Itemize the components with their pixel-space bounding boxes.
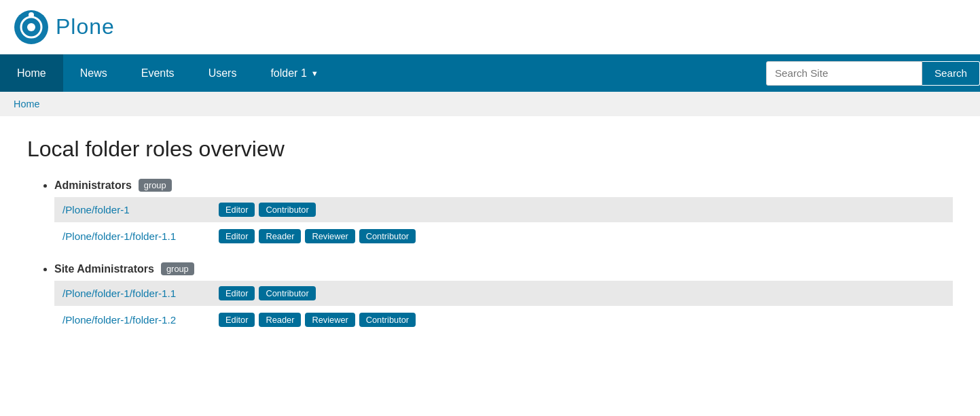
- main-content: Local folder roles overview Administrato…: [0, 116, 980, 366]
- folder-row: /Plone/folder-1/folder-1.1 Editor Contri…: [54, 281, 953, 306]
- folder-link-4[interactable]: /Plone/folder-1/folder-1.2: [62, 314, 212, 326]
- badge-reader: Reader: [259, 229, 301, 243]
- search-area: Search: [766, 54, 980, 92]
- folder-link-1[interactable]: /Plone/folder-1: [62, 204, 212, 215]
- page-title: Local folder roles overview: [27, 137, 953, 162]
- badge-contributor: Contributor: [359, 229, 416, 243]
- role-badges-4: Editor Reader Reviewer Contributor: [219, 313, 416, 327]
- nav-item-events[interactable]: Events: [124, 54, 192, 92]
- breadcrumb: Home: [0, 92, 980, 116]
- role-name-administrators: Administrators: [54, 179, 132, 192]
- role-list: Administrators group /Plone/folder-1 Edi…: [27, 179, 953, 332]
- breadcrumb-home[interactable]: Home: [14, 99, 39, 109]
- badge-contributor: Contributor: [259, 203, 315, 217]
- folder-row: /Plone/folder-1 Editor Contributor: [54, 197, 953, 222]
- search-input[interactable]: [766, 61, 922, 86]
- role-badge-administrators: group: [139, 179, 172, 192]
- role-badges-2: Editor Reader Reviewer Contributor: [219, 229, 416, 243]
- search-button[interactable]: Search: [922, 61, 980, 86]
- badge-contributor: Contributor: [259, 286, 315, 300]
- plone-logo-icon: [14, 10, 49, 45]
- folder-link-3[interactable]: /Plone/folder-1/folder-1.1: [62, 288, 212, 299]
- chevron-down-icon: ▼: [311, 69, 319, 77]
- role-badges-1: Editor Contributor: [219, 203, 316, 217]
- badge-editor: Editor: [219, 229, 255, 243]
- logo-text: Plone: [56, 14, 115, 39]
- nav-item-users[interactable]: Users: [192, 54, 254, 92]
- role-header-administrators: Administrators group: [54, 179, 953, 192]
- folder-link-2[interactable]: /Plone/folder-1/folder-1.1: [62, 230, 212, 242]
- folder-row: /Plone/folder-1/folder-1.2 Editor Reader…: [54, 307, 953, 332]
- role-item-administrators: Administrators group /Plone/folder-1 Edi…: [54, 179, 953, 249]
- role-badge-site-administrators: group: [161, 262, 194, 275]
- badge-editor: Editor: [219, 203, 255, 217]
- nav-bar: Home News Events Users folder 1 ▼ Search: [0, 54, 980, 92]
- badge-reviewer: Reviewer: [305, 313, 355, 327]
- badge-contributor: Contributor: [359, 313, 416, 327]
- svg-point-2: [27, 23, 35, 31]
- logo[interactable]: Plone: [14, 10, 115, 45]
- badge-editor: Editor: [219, 286, 255, 300]
- svg-point-3: [29, 12, 34, 18]
- folder-row: /Plone/folder-1/folder-1.1 Editor Reader…: [54, 224, 953, 249]
- role-item-site-administrators: Site Administrators group /Plone/folder-…: [54, 262, 953, 332]
- role-name-site-administrators: Site Administrators: [54, 263, 154, 275]
- badge-reviewer: Reviewer: [305, 229, 355, 243]
- nav-item-folder1[interactable]: folder 1 ▼: [253, 54, 335, 92]
- badge-editor: Editor: [219, 313, 255, 327]
- badge-reader: Reader: [259, 313, 301, 327]
- nav-item-home[interactable]: Home: [0, 54, 63, 92]
- role-badges-3: Editor Contributor: [219, 286, 316, 300]
- role-header-site-administrators: Site Administrators group: [54, 262, 953, 275]
- site-header: Plone: [0, 0, 980, 54]
- nav-item-news[interactable]: News: [63, 54, 124, 92]
